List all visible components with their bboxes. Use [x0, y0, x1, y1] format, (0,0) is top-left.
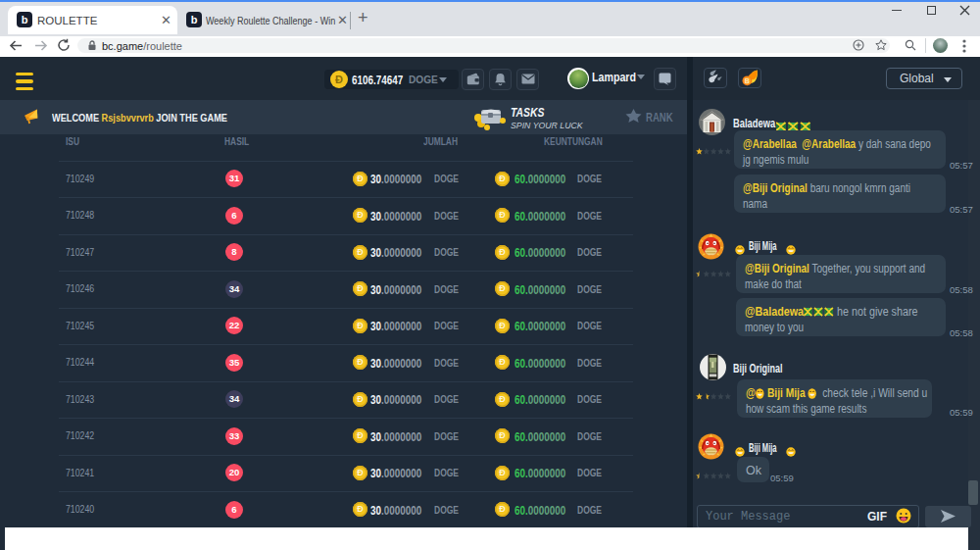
svg-text:B: B	[745, 77, 750, 84]
